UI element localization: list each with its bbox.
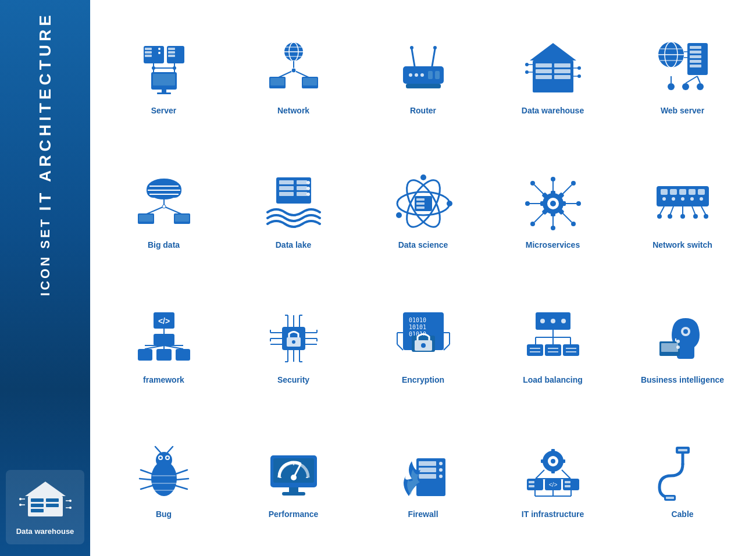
svg-rect-286 [551,469,555,473]
svg-rect-155 [661,189,668,195]
svg-point-173 [693,214,698,219]
network-icon [262,37,326,101]
svg-point-53 [415,73,418,77]
svg-rect-55 [428,71,433,79]
svg-point-174 [704,214,708,219]
svg-rect-109 [297,180,307,184]
sidebar: IT ARCHITECTURE ICON SET Data warehouse [0,0,90,556]
svg-rect-60 [536,63,552,67]
svg-point-88 [682,83,689,90]
svg-rect-299 [565,485,570,487]
microservices-label: Microservices [526,240,580,250]
svg-point-145 [576,201,581,206]
svg-rect-294 [529,485,534,487]
svg-rect-64 [536,75,552,79]
svg-rect-27 [162,90,166,92]
svg-rect-45 [303,78,317,85]
svg-rect-65 [554,75,570,79]
svg-point-281 [439,475,443,478]
svg-point-162 [681,197,684,201]
svg-rect-111 [297,186,307,190]
firewall-label: Firewall [408,509,438,519]
svg-point-19 [158,48,161,50]
svg-rect-23 [168,51,175,54]
microservices-icon [521,172,585,236]
svg-line-146 [534,185,545,195]
svg-rect-6 [46,504,59,507]
svg-rect-26 [153,74,175,85]
svg-point-115 [306,187,310,190]
svg-line-260 [176,470,187,474]
cable-icon [651,441,715,505]
network-switch-label: Network switch [652,240,712,250]
svg-point-224 [551,319,555,323]
svg-rect-232 [545,344,561,356]
svg-rect-292 [527,479,543,490]
svg-rect-180 [156,349,172,361]
svg-point-116 [306,193,310,196]
router-icon [391,37,455,101]
web-server-icon [651,37,715,101]
svg-rect-273 [289,487,298,492]
svg-point-247 [676,340,680,343]
svg-point-280 [439,468,443,472]
firewall-icon [391,441,455,505]
svg-line-148 [561,185,572,195]
sidebar-bottom-label: Data warehouse [16,527,74,536]
svg-point-215 [421,343,426,348]
bug-label: Bug [156,509,172,519]
svg-line-169 [701,206,706,215]
svg-line-48 [432,49,435,66]
svg-rect-285 [551,449,555,454]
security-icon [262,306,326,370]
svg-rect-112 [279,192,294,196]
svg-rect-28 [157,92,171,94]
network-switch-cell: Network switch [621,147,744,276]
router-cell: Router [361,12,485,141]
svg-line-261 [176,479,188,480]
bug-cell: Bug [102,416,226,545]
svg-line-150 [534,212,545,222]
svg-text:10101: 10101 [409,324,426,330]
svg-point-89 [697,83,704,90]
svg-point-50 [433,46,437,49]
svg-point-147 [530,181,535,186]
svg-rect-245 [661,343,678,352]
svg-line-166 [670,206,673,215]
svg-rect-22 [168,48,175,50]
svg-point-126 [396,212,402,218]
svg-point-171 [668,214,672,219]
svg-point-114 [306,181,310,184]
svg-point-139 [551,177,555,181]
svg-line-258 [140,479,152,480]
sidebar-title-top: IT ARCHITECTURE [37,12,54,211]
performance-cell: Performance [231,416,355,545]
svg-rect-16 [145,48,152,50]
web-server-label: Web server [661,106,704,115]
firewall-cell: Firewall [361,416,485,545]
svg-rect-123 [416,206,425,209]
network-label: Network [277,106,309,115]
svg-line-289 [536,470,544,479]
svg-text:</>: </> [548,482,557,488]
svg-point-13 [69,500,72,502]
svg-line-91 [686,76,697,83]
security-cell: Security [231,281,355,410]
big-data-icon [132,172,196,236]
svg-line-220 [397,344,403,350]
svg-point-125 [447,201,452,206]
bug-icon [132,441,196,505]
svg-point-52 [409,73,412,77]
sidebar-icon-section: Data warehouse [6,470,84,544]
svg-rect-81 [690,51,701,54]
svg-rect-61 [554,63,570,67]
svg-rect-4 [31,509,44,512]
cable-label: Cable [671,509,693,519]
svg-rect-62 [536,69,552,73]
svg-line-100 [147,206,164,214]
svg-line-221 [444,344,450,350]
svg-point-164 [700,197,703,201]
svg-marker-58 [530,43,576,60]
svg-point-163 [690,197,694,201]
svg-line-101 [164,206,181,214]
